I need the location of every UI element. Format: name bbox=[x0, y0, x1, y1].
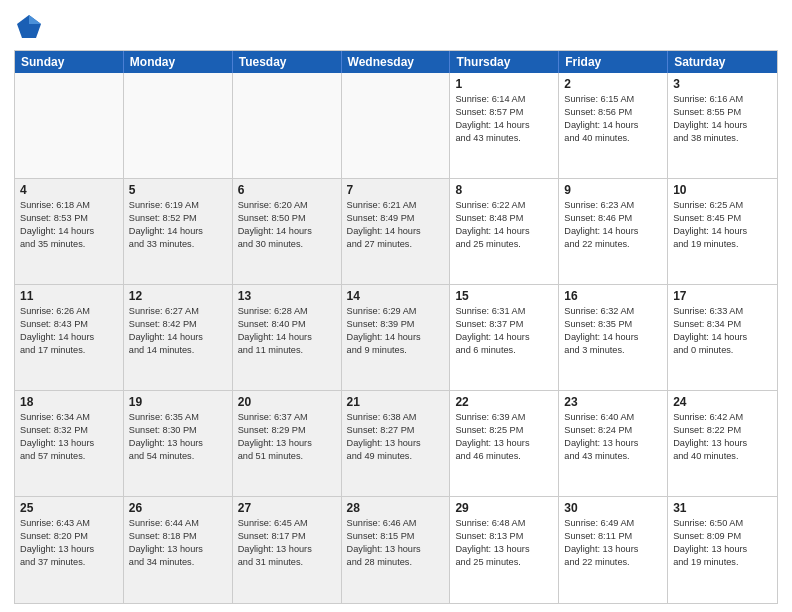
calendar-cell bbox=[124, 73, 233, 178]
cell-info: Sunrise: 6:49 AM Sunset: 8:11 PM Dayligh… bbox=[564, 518, 638, 566]
calendar-cell: 31Sunrise: 6:50 AM Sunset: 8:09 PM Dayli… bbox=[668, 497, 777, 603]
calendar-cell: 9Sunrise: 6:23 AM Sunset: 8:46 PM Daylig… bbox=[559, 179, 668, 284]
calendar-cell: 1Sunrise: 6:14 AM Sunset: 8:57 PM Daylig… bbox=[450, 73, 559, 178]
calendar-row: 11Sunrise: 6:26 AM Sunset: 8:43 PM Dayli… bbox=[15, 285, 777, 391]
calendar-cell: 30Sunrise: 6:49 AM Sunset: 8:11 PM Dayli… bbox=[559, 497, 668, 603]
calendar-cell: 7Sunrise: 6:21 AM Sunset: 8:49 PM Daylig… bbox=[342, 179, 451, 284]
calendar-cell: 12Sunrise: 6:27 AM Sunset: 8:42 PM Dayli… bbox=[124, 285, 233, 390]
day-number: 26 bbox=[129, 500, 227, 516]
day-number: 18 bbox=[20, 394, 118, 410]
calendar-cell: 10Sunrise: 6:25 AM Sunset: 8:45 PM Dayli… bbox=[668, 179, 777, 284]
calendar-cell bbox=[233, 73, 342, 178]
logo bbox=[14, 12, 48, 42]
day-number: 2 bbox=[564, 76, 662, 92]
header-day-monday: Monday bbox=[124, 51, 233, 73]
day-number: 22 bbox=[455, 394, 553, 410]
day-number: 30 bbox=[564, 500, 662, 516]
calendar-row: 25Sunrise: 6:43 AM Sunset: 8:20 PM Dayli… bbox=[15, 497, 777, 603]
calendar-cell: 27Sunrise: 6:45 AM Sunset: 8:17 PM Dayli… bbox=[233, 497, 342, 603]
day-number: 1 bbox=[455, 76, 553, 92]
cell-info: Sunrise: 6:46 AM Sunset: 8:15 PM Dayligh… bbox=[347, 518, 421, 566]
calendar-body: 1Sunrise: 6:14 AM Sunset: 8:57 PM Daylig… bbox=[15, 73, 777, 603]
calendar-cell: 24Sunrise: 6:42 AM Sunset: 8:22 PM Dayli… bbox=[668, 391, 777, 496]
day-number: 31 bbox=[673, 500, 772, 516]
calendar-cell: 20Sunrise: 6:37 AM Sunset: 8:29 PM Dayli… bbox=[233, 391, 342, 496]
calendar-cell: 19Sunrise: 6:35 AM Sunset: 8:30 PM Dayli… bbox=[124, 391, 233, 496]
cell-info: Sunrise: 6:43 AM Sunset: 8:20 PM Dayligh… bbox=[20, 518, 94, 566]
day-number: 5 bbox=[129, 182, 227, 198]
cell-info: Sunrise: 6:18 AM Sunset: 8:53 PM Dayligh… bbox=[20, 200, 94, 248]
header-day-saturday: Saturday bbox=[668, 51, 777, 73]
logo-icon bbox=[14, 12, 44, 42]
day-number: 13 bbox=[238, 288, 336, 304]
calendar-cell: 14Sunrise: 6:29 AM Sunset: 8:39 PM Dayli… bbox=[342, 285, 451, 390]
header-day-wednesday: Wednesday bbox=[342, 51, 451, 73]
day-number: 29 bbox=[455, 500, 553, 516]
calendar-cell: 4Sunrise: 6:18 AM Sunset: 8:53 PM Daylig… bbox=[15, 179, 124, 284]
header-day-friday: Friday bbox=[559, 51, 668, 73]
cell-info: Sunrise: 6:48 AM Sunset: 8:13 PM Dayligh… bbox=[455, 518, 529, 566]
page: SundayMondayTuesdayWednesdayThursdayFrid… bbox=[0, 0, 792, 612]
cell-info: Sunrise: 6:19 AM Sunset: 8:52 PM Dayligh… bbox=[129, 200, 203, 248]
calendar-cell: 16Sunrise: 6:32 AM Sunset: 8:35 PM Dayli… bbox=[559, 285, 668, 390]
day-number: 11 bbox=[20, 288, 118, 304]
calendar-cell: 6Sunrise: 6:20 AM Sunset: 8:50 PM Daylig… bbox=[233, 179, 342, 284]
day-number: 6 bbox=[238, 182, 336, 198]
day-number: 27 bbox=[238, 500, 336, 516]
day-number: 16 bbox=[564, 288, 662, 304]
header bbox=[14, 12, 778, 42]
calendar-row: 1Sunrise: 6:14 AM Sunset: 8:57 PM Daylig… bbox=[15, 73, 777, 179]
cell-info: Sunrise: 6:21 AM Sunset: 8:49 PM Dayligh… bbox=[347, 200, 421, 248]
calendar-cell: 21Sunrise: 6:38 AM Sunset: 8:27 PM Dayli… bbox=[342, 391, 451, 496]
calendar-cell: 26Sunrise: 6:44 AM Sunset: 8:18 PM Dayli… bbox=[124, 497, 233, 603]
cell-info: Sunrise: 6:15 AM Sunset: 8:56 PM Dayligh… bbox=[564, 94, 638, 142]
calendar-cell bbox=[15, 73, 124, 178]
header-day-sunday: Sunday bbox=[15, 51, 124, 73]
calendar-cell: 17Sunrise: 6:33 AM Sunset: 8:34 PM Dayli… bbox=[668, 285, 777, 390]
day-number: 19 bbox=[129, 394, 227, 410]
cell-info: Sunrise: 6:22 AM Sunset: 8:48 PM Dayligh… bbox=[455, 200, 529, 248]
day-number: 15 bbox=[455, 288, 553, 304]
cell-info: Sunrise: 6:34 AM Sunset: 8:32 PM Dayligh… bbox=[20, 412, 94, 460]
calendar-cell: 11Sunrise: 6:26 AM Sunset: 8:43 PM Dayli… bbox=[15, 285, 124, 390]
day-number: 28 bbox=[347, 500, 445, 516]
cell-info: Sunrise: 6:25 AM Sunset: 8:45 PM Dayligh… bbox=[673, 200, 747, 248]
svg-marker-1 bbox=[29, 15, 41, 24]
calendar-cell: 22Sunrise: 6:39 AM Sunset: 8:25 PM Dayli… bbox=[450, 391, 559, 496]
day-number: 23 bbox=[564, 394, 662, 410]
cell-info: Sunrise: 6:38 AM Sunset: 8:27 PM Dayligh… bbox=[347, 412, 421, 460]
calendar-header: SundayMondayTuesdayWednesdayThursdayFrid… bbox=[15, 51, 777, 73]
cell-info: Sunrise: 6:28 AM Sunset: 8:40 PM Dayligh… bbox=[238, 306, 312, 354]
day-number: 8 bbox=[455, 182, 553, 198]
cell-info: Sunrise: 6:35 AM Sunset: 8:30 PM Dayligh… bbox=[129, 412, 203, 460]
day-number: 12 bbox=[129, 288, 227, 304]
calendar: SundayMondayTuesdayWednesdayThursdayFrid… bbox=[14, 50, 778, 604]
calendar-cell: 8Sunrise: 6:22 AM Sunset: 8:48 PM Daylig… bbox=[450, 179, 559, 284]
cell-info: Sunrise: 6:20 AM Sunset: 8:50 PM Dayligh… bbox=[238, 200, 312, 248]
cell-info: Sunrise: 6:33 AM Sunset: 8:34 PM Dayligh… bbox=[673, 306, 747, 354]
cell-info: Sunrise: 6:45 AM Sunset: 8:17 PM Dayligh… bbox=[238, 518, 312, 566]
calendar-cell: 2Sunrise: 6:15 AM Sunset: 8:56 PM Daylig… bbox=[559, 73, 668, 178]
day-number: 24 bbox=[673, 394, 772, 410]
cell-info: Sunrise: 6:32 AM Sunset: 8:35 PM Dayligh… bbox=[564, 306, 638, 354]
calendar-row: 18Sunrise: 6:34 AM Sunset: 8:32 PM Dayli… bbox=[15, 391, 777, 497]
calendar-cell bbox=[342, 73, 451, 178]
calendar-cell: 25Sunrise: 6:43 AM Sunset: 8:20 PM Dayli… bbox=[15, 497, 124, 603]
day-number: 3 bbox=[673, 76, 772, 92]
cell-info: Sunrise: 6:42 AM Sunset: 8:22 PM Dayligh… bbox=[673, 412, 747, 460]
day-number: 21 bbox=[347, 394, 445, 410]
calendar-cell: 5Sunrise: 6:19 AM Sunset: 8:52 PM Daylig… bbox=[124, 179, 233, 284]
cell-info: Sunrise: 6:50 AM Sunset: 8:09 PM Dayligh… bbox=[673, 518, 747, 566]
cell-info: Sunrise: 6:37 AM Sunset: 8:29 PM Dayligh… bbox=[238, 412, 312, 460]
calendar-row: 4Sunrise: 6:18 AM Sunset: 8:53 PM Daylig… bbox=[15, 179, 777, 285]
calendar-cell: 28Sunrise: 6:46 AM Sunset: 8:15 PM Dayli… bbox=[342, 497, 451, 603]
cell-info: Sunrise: 6:31 AM Sunset: 8:37 PM Dayligh… bbox=[455, 306, 529, 354]
header-day-tuesday: Tuesday bbox=[233, 51, 342, 73]
calendar-cell: 18Sunrise: 6:34 AM Sunset: 8:32 PM Dayli… bbox=[15, 391, 124, 496]
calendar-cell: 23Sunrise: 6:40 AM Sunset: 8:24 PM Dayli… bbox=[559, 391, 668, 496]
day-number: 10 bbox=[673, 182, 772, 198]
calendar-cell: 15Sunrise: 6:31 AM Sunset: 8:37 PM Dayli… bbox=[450, 285, 559, 390]
cell-info: Sunrise: 6:27 AM Sunset: 8:42 PM Dayligh… bbox=[129, 306, 203, 354]
cell-info: Sunrise: 6:16 AM Sunset: 8:55 PM Dayligh… bbox=[673, 94, 747, 142]
cell-info: Sunrise: 6:44 AM Sunset: 8:18 PM Dayligh… bbox=[129, 518, 203, 566]
